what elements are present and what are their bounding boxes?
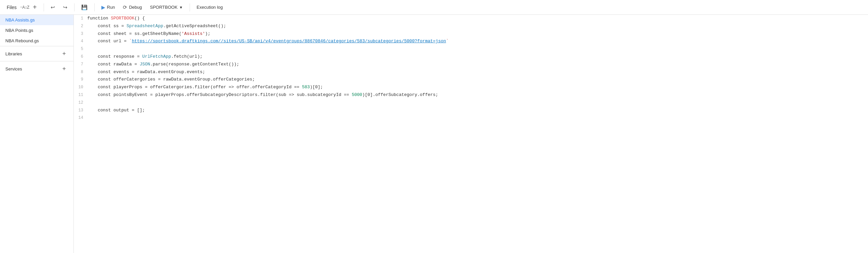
toolbar-divider-4 xyxy=(190,3,190,11)
function-dropdown-button[interactable]: SPORTBOOK ▼ xyxy=(147,3,186,11)
toolbar-divider-3 xyxy=(94,3,95,11)
sidebar-item-nba-assists[interactable]: NBA Assists.gs xyxy=(0,15,73,25)
table-row: 8 const events = rawData.eventGroup.even… xyxy=(74,68,868,76)
table-row: 11 const pointsByEvent = playerProps.off… xyxy=(74,91,868,99)
services-label: Services xyxy=(5,66,22,71)
chevron-down-icon: ▼ xyxy=(179,5,183,9)
table-row: 7 const rawData = JSON.parse(response.ge… xyxy=(74,61,868,68)
save-icon: 💾 xyxy=(81,4,88,10)
redo-button[interactable]: ↪ xyxy=(60,3,70,12)
libraries-label: Libraries xyxy=(5,51,22,56)
debug-icon: ⟳ xyxy=(123,4,127,10)
sidebar-item-nba-rebound[interactable]: NBA Rebound.gs xyxy=(0,36,73,46)
add-file-button[interactable]: + xyxy=(30,3,40,12)
add-service-button[interactable]: + xyxy=(60,65,68,73)
code-editor[interactable]: 1 function SPORTBOOK() { 2 const ss = Sp… xyxy=(74,15,868,253)
main-content: NBA Assists.gs NBA Points.gs NBA Rebound… xyxy=(0,15,868,253)
table-row: 13 const output = []; xyxy=(74,107,868,115)
sidebar: NBA Assists.gs NBA Points.gs NBA Rebound… xyxy=(0,15,74,253)
svg-text:Z: Z xyxy=(20,7,21,8)
libraries-section-header: Libraries + xyxy=(0,46,73,61)
table-row: 3 const sheet = ss.getSheetByName('Assis… xyxy=(74,30,868,38)
execution-log-button[interactable]: Execution log xyxy=(194,3,225,11)
code-table: 1 function SPORTBOOK() { 2 const ss = Sp… xyxy=(74,15,868,122)
save-button[interactable]: 💾 xyxy=(79,3,90,12)
redo-icon: ↪ xyxy=(63,4,67,10)
table-row: 10 const playerProps = offerCatergories.… xyxy=(74,84,868,91)
sort-az-button[interactable]: A Z A↕Z xyxy=(20,3,30,12)
toolbar: Files A Z A↕Z + ↩ ↪ 💾 ▶ Run ⟳ Debug SPOR… xyxy=(0,0,868,15)
toolbar-left: Files A Z A↕Z + xyxy=(4,3,40,12)
table-row: 5 xyxy=(74,45,868,53)
table-row: 14 xyxy=(74,114,868,122)
table-row: 4 const url = `https://sportsbook.draftk… xyxy=(74,38,868,45)
undo-icon: ↩ xyxy=(51,4,55,10)
debug-button[interactable]: ⟳ Debug xyxy=(120,3,144,12)
sidebar-item-nba-points[interactable]: NBA Points.gs xyxy=(0,25,73,36)
table-row: 2 const ss = SpreadsheetApp.getActiveSpr… xyxy=(74,23,868,30)
table-row: 1 function SPORTBOOK() { xyxy=(74,15,868,23)
run-button[interactable]: ▶ Run xyxy=(99,3,118,12)
table-row: 6 const response = UrlFetchApp.fetch(url… xyxy=(74,53,868,61)
add-library-button[interactable]: + xyxy=(60,50,68,58)
undo-button[interactable]: ↩ xyxy=(48,3,58,12)
files-label: Files xyxy=(4,3,20,11)
toolbar-divider-1 xyxy=(43,3,44,11)
toolbar-divider-2 xyxy=(74,3,74,11)
table-row: 12 xyxy=(74,99,868,107)
run-icon: ▶ xyxy=(101,4,105,10)
services-section-header: Services + xyxy=(0,61,73,76)
table-row: 9 const offerCatergories = rawData.event… xyxy=(74,76,868,84)
